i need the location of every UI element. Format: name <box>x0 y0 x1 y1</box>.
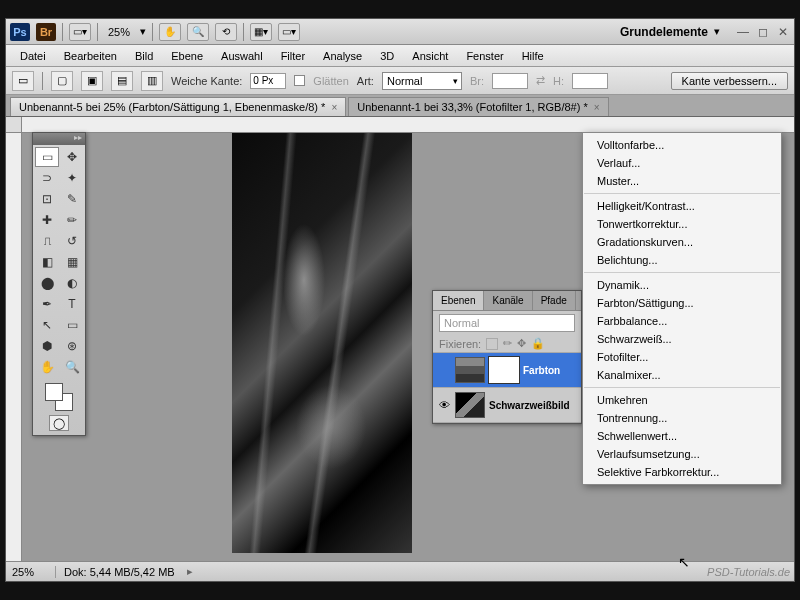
refine-edge-button[interactable]: Kante verbessern... <box>671 72 788 90</box>
bridge-logo-icon[interactable]: Br <box>36 23 56 41</box>
adjustment-thumb-icon[interactable] <box>455 357 485 383</box>
foreground-color-icon[interactable] <box>45 383 63 401</box>
history-brush-icon[interactable]: ↺ <box>60 231 84 251</box>
menu-umkehren[interactable]: Umkehren <box>583 391 781 409</box>
menu-farbton[interactable]: Farbton/Sättigung... <box>583 294 781 312</box>
menu-farbbalance[interactable]: Farbbalance... <box>583 312 781 330</box>
marquee-tool-icon[interactable]: ▭ <box>12 71 34 91</box>
tab-kanaele[interactable]: Kanäle <box>484 291 532 310</box>
rotate-view-icon[interactable]: ⟲ <box>215 23 237 41</box>
menu-belichtung[interactable]: Belichtung... <box>583 251 781 269</box>
menu-fotofilter[interactable]: Fotofilter... <box>583 348 781 366</box>
tab-pfade[interactable]: Pfade <box>533 291 576 310</box>
menu-selektive[interactable]: Selektive Farbkorrektur... <box>583 463 781 481</box>
document-image[interactable] <box>232 133 412 553</box>
menu-auswahl[interactable]: Auswahl <box>213 47 271 65</box>
maximize-icon[interactable]: ◻ <box>756 25 770 39</box>
blur-tool-icon[interactable]: ⬤ <box>35 273 59 293</box>
stamp-tool-icon[interactable]: ⎍ <box>35 231 59 251</box>
lasso-tool-icon[interactable]: ⊃ <box>35 168 59 188</box>
quickmask-icon[interactable]: ◯ <box>49 415 69 431</box>
selection-subtract-icon[interactable]: ▤ <box>111 71 133 91</box>
3d-camera-icon[interactable]: ⊛ <box>60 336 84 356</box>
visibility-icon[interactable] <box>437 363 451 377</box>
menu-schwarzweiss[interactable]: Schwarzweiß... <box>583 330 781 348</box>
visibility-icon[interactable]: 👁 <box>437 398 451 412</box>
menu-volltonfarbe[interactable]: Volltonfarbe... <box>583 136 781 154</box>
lock-transparency-icon[interactable] <box>486 338 498 350</box>
close-icon[interactable]: × <box>594 102 600 113</box>
zoom-tool-icon[interactable]: 🔍 <box>187 23 209 41</box>
hand-tool-icon[interactable]: ✋ <box>35 357 59 377</box>
menu-ansicht[interactable]: Ansicht <box>404 47 456 65</box>
minimize-icon[interactable]: — <box>736 25 750 39</box>
menu-muster[interactable]: Muster... <box>583 172 781 190</box>
arrange-icon[interactable]: ▦▾ <box>250 23 272 41</box>
chevron-down-icon[interactable]: ▾ <box>714 25 720 38</box>
layer-name[interactable]: Schwarzweißbild <box>489 400 577 411</box>
layer-thumb-icon[interactable] <box>455 392 485 418</box>
path-tool-icon[interactable]: ↖ <box>35 315 59 335</box>
lock-move-icon[interactable]: ✥ <box>517 337 526 350</box>
dodge-tool-icon[interactable]: ◐ <box>60 273 84 293</box>
menu-bearbeiten[interactable]: Bearbeiten <box>56 47 125 65</box>
menu-3d[interactable]: 3D <box>372 47 402 65</box>
gradient-tool-icon[interactable]: ▦ <box>60 252 84 272</box>
color-swatches[interactable] <box>45 383 73 411</box>
menu-gradation[interactable]: Gradationskurven... <box>583 233 781 251</box>
heal-tool-icon[interactable]: ✚ <box>35 210 59 230</box>
close-icon[interactable]: ✕ <box>776 25 790 39</box>
type-tool-icon[interactable]: T <box>60 294 84 314</box>
marquee-tool-icon[interactable]: ▭ <box>35 147 59 167</box>
lock-all-icon[interactable]: 🔒 <box>531 337 545 350</box>
shape-tool-icon[interactable]: ▭ <box>60 315 84 335</box>
hand-tool-icon[interactable]: ✋ <box>159 23 181 41</box>
close-icon[interactable]: × <box>331 102 337 113</box>
ruler-vertical[interactable] <box>6 133 22 561</box>
menu-verlaufsumsetzung[interactable]: Verlaufsumsetzung... <box>583 445 781 463</box>
mask-thumb-icon[interactable] <box>489 357 519 383</box>
ruler-horizontal[interactable] <box>22 117 794 133</box>
layer-name[interactable]: Farbton <box>523 365 577 376</box>
document-tab-2[interactable]: Unbenannt-1 bei 33,3% (Fotofilter 1, RGB… <box>348 97 608 116</box>
pen-tool-icon[interactable]: ✒ <box>35 294 59 314</box>
collapse-icon[interactable]: ▸▸ <box>74 133 82 145</box>
menu-verlauf[interactable]: Verlauf... <box>583 154 781 172</box>
eraser-tool-icon[interactable]: ◧ <box>35 252 59 272</box>
menu-filter[interactable]: Filter <box>273 47 313 65</box>
document-tab-1[interactable]: Unbenannt-5 bei 25% (Farbton/Sättigung 1… <box>10 97 346 116</box>
menu-kanalmixer[interactable]: Kanalmixer... <box>583 366 781 384</box>
brush-tool-icon[interactable]: ✏ <box>60 210 84 230</box>
menu-schwellenwert[interactable]: Schwellenwert... <box>583 427 781 445</box>
menu-ebene[interactable]: Ebene <box>163 47 211 65</box>
menu-dynamik[interactable]: Dynamik... <box>583 276 781 294</box>
screen-mode-icon[interactable]: ▭▾ <box>278 23 300 41</box>
menu-tontrennung[interactable]: Tontrennung... <box>583 409 781 427</box>
crop-tool-icon[interactable]: ⊡ <box>35 189 59 209</box>
menu-datei[interactable]: Datei <box>12 47 54 65</box>
workspace-selector[interactable]: Grundelemente <box>620 25 708 39</box>
layer-item[interactable]: Farbton <box>433 353 581 388</box>
blend-mode-select[interactable]: Normal <box>439 314 575 332</box>
menu-hilfe[interactable]: Hilfe <box>514 47 552 65</box>
menu-fenster[interactable]: Fenster <box>458 47 511 65</box>
status-zoom[interactable]: 25% <box>6 566 56 578</box>
lock-brush-icon[interactable]: ✏ <box>503 337 512 350</box>
eyedropper-tool-icon[interactable]: ✎ <box>60 189 84 209</box>
zoom-value[interactable]: 25% <box>104 26 134 38</box>
selection-new-icon[interactable]: ▢ <box>51 71 73 91</box>
menu-helligkeit[interactable]: Helligkeit/Kontrast... <box>583 197 781 215</box>
style-select[interactable]: Normal <box>382 72 462 90</box>
menu-tonwert[interactable]: Tonwertkorrektur... <box>583 215 781 233</box>
menu-analyse[interactable]: Analyse <box>315 47 370 65</box>
menu-bild[interactable]: Bild <box>127 47 161 65</box>
selection-intersect-icon[interactable]: ▥ <box>141 71 163 91</box>
selection-add-icon[interactable]: ▣ <box>81 71 103 91</box>
wand-tool-icon[interactable]: ✦ <box>60 168 84 188</box>
status-docsize[interactable]: Dok: 5,44 MB/5,42 MB <box>56 566 183 578</box>
3d-tool-icon[interactable]: ⬢ <box>35 336 59 356</box>
layout-icon[interactable]: ▭▾ <box>69 23 91 41</box>
chevron-right-icon[interactable]: ▸ <box>183 565 197 578</box>
chevron-down-icon[interactable]: ▾ <box>140 25 146 38</box>
move-tool-icon[interactable]: ✥ <box>60 147 84 167</box>
